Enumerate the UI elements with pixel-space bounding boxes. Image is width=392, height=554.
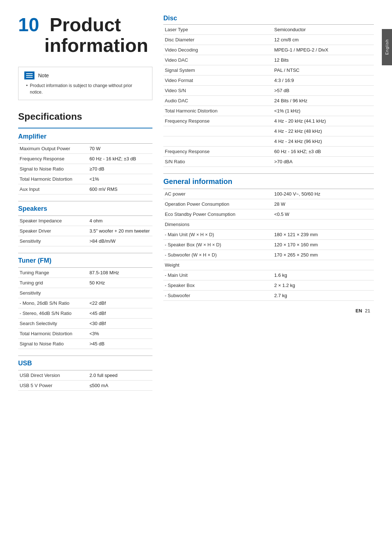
table-row: USB Direct Version2.0 full speed bbox=[18, 370, 152, 381]
spec-value: 4 ohm bbox=[88, 216, 152, 226]
spec-value: <3% bbox=[88, 329, 152, 339]
spec-label: Search Selectivity bbox=[18, 319, 88, 329]
spec-label bbox=[163, 136, 273, 147]
table-row: Tuning Range87.5-108 MHz bbox=[18, 268, 152, 278]
table-row: Maximum Output Power70 W bbox=[18, 144, 152, 154]
spec-label: - Main Unit bbox=[163, 270, 273, 280]
spec-value: ≤500 mA bbox=[88, 381, 152, 391]
spec-value: 3.5" woofer + 20 mm tweeter bbox=[88, 226, 152, 236]
tuner-divider bbox=[18, 253, 152, 253]
spec-label: - Subwoofer bbox=[163, 291, 273, 301]
footer-lang: EN bbox=[355, 308, 362, 313]
spec-label: Speaker Driver bbox=[18, 226, 88, 236]
table-row: Sensitivity bbox=[18, 288, 152, 298]
spec-label: Total Harmonic Distortion bbox=[18, 329, 88, 339]
disc-table: Laser TypeSemiconductorDisc Diameter12 c… bbox=[163, 24, 374, 167]
spec-value: 4 Hz - 20 kHz (44.1 kHz) bbox=[273, 116, 374, 126]
spec-value: <22 dBf bbox=[88, 298, 152, 308]
spec-label: Video Decoding bbox=[163, 45, 273, 55]
table-row: Audio DAC24 Bits / 96 kHz bbox=[163, 96, 374, 106]
spec-value: 24 Bits / 96 kHz bbox=[273, 96, 374, 106]
spec-value: 4:3 / 16:9 bbox=[273, 75, 374, 86]
speakers-title: Speakers bbox=[18, 205, 152, 213]
note-icon bbox=[24, 71, 34, 79]
spec-label: Sensitivity bbox=[18, 236, 88, 246]
spec-label: - Subwoofer (W × H × D) bbox=[163, 250, 273, 260]
tuner-table: Tuning Range87.5-108 MHzTuning grid50 KH… bbox=[18, 267, 152, 349]
note-box: Note Product information is subject to c… bbox=[18, 67, 152, 100]
table-row: Total Harmonic Distortion<1% bbox=[18, 174, 152, 184]
spec-label: - Stereo, 46dB S/N Ratio bbox=[18, 308, 88, 319]
spec-value: >70 dBA bbox=[273, 157, 374, 167]
spec-label: Frequency Response bbox=[163, 116, 273, 126]
spec-label: - Speaker Box (W × H × D) bbox=[163, 240, 273, 250]
table-row: Frequency Response4 Hz - 20 kHz (44.1 kH… bbox=[163, 116, 374, 126]
table-row: - Main Unit (W × H × D)180 × 121 × 239 m… bbox=[163, 230, 374, 240]
left-column: 10 Product information Note Product info… bbox=[18, 15, 152, 539]
table-row: - Subwoofer (W × H × D)170 × 265 × 250 m… bbox=[163, 250, 374, 260]
footer-page: 21 bbox=[365, 308, 370, 313]
table-row: Video S/N>57 dB bbox=[163, 86, 374, 96]
table-row: Total Harmonic Distortion<3% bbox=[18, 329, 152, 339]
title-number: 10 bbox=[18, 14, 39, 35]
spec-label: Video DAC bbox=[163, 55, 273, 65]
amplifier-title: Amplifier bbox=[18, 133, 152, 140]
spec-label: Frequency Response bbox=[163, 147, 273, 157]
table-row: - Speaker Box2 × 1.2 kg bbox=[163, 280, 374, 291]
table-row: Disc Diameter12 cm/8 cm bbox=[163, 35, 374, 45]
spec-label: USB 5 V Power bbox=[18, 381, 88, 391]
general-divider bbox=[163, 173, 374, 174]
speakers-table: Speaker Impedance4 ohmSpeaker Driver3.5"… bbox=[18, 216, 152, 246]
table-row: Aux Input600 mV RMS bbox=[18, 184, 152, 194]
spec-value: 12 cm/8 cm bbox=[273, 35, 374, 45]
spec-value: 4 Hz - 22 kHz (48 kHz) bbox=[273, 126, 374, 136]
spec-label: Tuning grid bbox=[18, 278, 88, 288]
spec-label: S/N Ratio bbox=[163, 157, 273, 167]
note-bullet-text: Product information is subject to change… bbox=[26, 82, 146, 95]
table-row: Weight bbox=[163, 260, 374, 270]
table-row: AC power100-240 V~, 50/60 Hz bbox=[163, 189, 374, 199]
spec-label: Video Format bbox=[163, 75, 273, 86]
table-row: USB 5 V Power≤500 mA bbox=[18, 381, 152, 391]
speakers-divider bbox=[18, 201, 152, 201]
spec-label: - Speaker Box bbox=[163, 280, 273, 291]
right-column: Disc Laser TypeSemiconductorDisc Diamete… bbox=[163, 15, 374, 539]
table-row: Search Selectivity<30 dBf bbox=[18, 319, 152, 329]
spec-value: <1% bbox=[88, 174, 152, 184]
table-row: Operation Power Consumption28 W bbox=[163, 199, 374, 209]
spec-label: Signal System bbox=[163, 65, 273, 75]
amplifier-table: Maximum Output Power70 WFrequency Respon… bbox=[18, 143, 152, 194]
spec-label: Signal to Noise Ratio bbox=[18, 339, 88, 349]
table-row: 4 Hz - 24 kHz (96 kHz) bbox=[163, 136, 374, 147]
table-row: 4 Hz - 22 kHz (48 kHz) bbox=[163, 126, 374, 136]
spec-value: 12 Bits bbox=[273, 55, 374, 65]
note-label: Note bbox=[38, 73, 49, 78]
spec-label: Eco Standby Power Consumption bbox=[163, 209, 273, 219]
spec-value: >45 dB bbox=[88, 339, 152, 349]
spec-label bbox=[163, 126, 273, 136]
table-row: Frequency Response60 Hz - 16 kHZ; ±3 dB bbox=[163, 147, 374, 157]
spec-value bbox=[273, 260, 374, 270]
spec-value: Semiconductor bbox=[273, 25, 374, 35]
table-row: Dimensions bbox=[163, 219, 374, 230]
spec-value: 60 Hz - 16 kHZ; ±3 dB bbox=[88, 154, 152, 164]
spec-label: Speaker Impedance bbox=[18, 216, 88, 226]
spec-value: <0.5 W bbox=[273, 209, 374, 219]
usb-title: USB bbox=[18, 360, 152, 367]
note-text: Product information is subject to change… bbox=[24, 82, 146, 95]
spec-value: <45 dBf bbox=[88, 308, 152, 319]
table-row: Speaker Driver3.5" woofer + 20 mm tweete… bbox=[18, 226, 152, 236]
table-row: Frequency Response60 Hz - 16 kHZ; ±3 dB bbox=[18, 154, 152, 164]
spec-label: - Mono, 26dB S/N Ratio bbox=[18, 298, 88, 308]
spec-label: Maximum Output Power bbox=[18, 144, 88, 154]
spec-label: Operation Power Consumption bbox=[163, 199, 273, 209]
spec-value: >57 dB bbox=[273, 86, 374, 96]
sidebar-language-tab: English bbox=[382, 29, 392, 65]
table-row: Video DecodingMPEG-1 / MPEG-2 / DivX bbox=[163, 45, 374, 55]
usb-table: USB Direct Version2.0 full speedUSB 5 V … bbox=[18, 370, 152, 391]
spec-label: Signal to Noise Ratio bbox=[18, 164, 88, 174]
spec-value: MPEG-1 / MPEG-2 / DivX bbox=[273, 45, 374, 55]
table-row: Eco Standby Power Consumption<0.5 W bbox=[163, 209, 374, 219]
specs-divider bbox=[18, 128, 152, 128]
spec-value: 2.7 kg bbox=[273, 291, 374, 301]
